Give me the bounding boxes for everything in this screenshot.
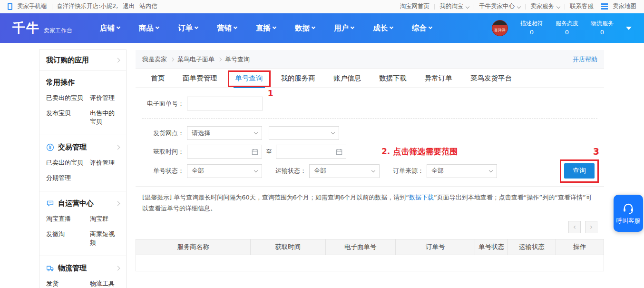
order-source-select[interactable]: 全部 — [427, 164, 497, 178]
sidebar-item-sold-items[interactable]: 已卖出的宝贝 — [46, 94, 90, 102]
avatar[interactable]: 喜洋洋 — [492, 20, 508, 36]
tab-waybill-query[interactable]: 单号查询 1 — [235, 69, 263, 88]
seller-service-menu[interactable]: 卖家服务 — [530, 2, 560, 10]
seller-map-link[interactable]: 卖家地图 — [613, 2, 636, 10]
tab-account-info[interactable]: 账户信息 — [333, 69, 361, 88]
nav-menu-list: 店铺 商品 订单 营销 直播 数据 用户 成长 综合 — [100, 23, 432, 33]
nav-menu-label: 订单 — [178, 23, 193, 33]
calendar-icon — [336, 149, 342, 155]
sidebar-item-taobao-group[interactable]: 淘宝群 — [90, 215, 119, 223]
my-taobao-menu[interactable]: 我的淘宝 — [439, 2, 469, 10]
select-value: 全部 — [431, 167, 444, 175]
sidebar-item-weitao[interactable]: 发微淘 — [46, 230, 90, 247]
nav-menu-label: 直播 — [256, 23, 271, 33]
chevron-down-icon — [254, 130, 258, 134]
tab-home[interactable]: 首页 — [151, 69, 165, 88]
nav-menu-label: 营销 — [217, 23, 232, 33]
tab-cainiao-ship-platform[interactable]: 菜鸟发货平台 — [470, 69, 512, 88]
chevron-down-icon — [466, 5, 469, 9]
seller-mobile-link[interactable]: 卖家手机端 — [17, 2, 47, 10]
call-support-label: 呼叫客服 — [616, 217, 640, 225]
call-support-button[interactable]: 呼叫客服 — [614, 195, 643, 232]
sidebar-item-items-on-sale[interactable]: 出售中的宝贝 — [90, 109, 119, 126]
sidebar-item-installment[interactable]: 分期管理 — [46, 174, 90, 182]
chevron-down-icon — [156, 25, 159, 29]
seller-service-label: 卖家服务 — [530, 2, 554, 10]
chevron-right-icon — [170, 57, 174, 61]
col-actions: 操作 — [556, 239, 604, 255]
chevron-down-icon — [254, 168, 258, 172]
sidebar-section-self-operation: 自运营中心 淘宝直播 淘宝群 发微淘 商家短视频 — [39, 191, 127, 256]
sidebar-item-review-management[interactable]: 评价管理 — [90, 159, 119, 167]
shipping-site-sub-select[interactable] — [269, 126, 339, 140]
calendar-icon — [252, 149, 258, 155]
col-provider-name: 服务商名称 — [136, 239, 251, 255]
sidebar-item-subscribed-apps[interactable]: 我订购的应用 — [39, 50, 127, 70]
nav-menu-marketing[interactable]: 营销 — [217, 23, 237, 33]
tab-abnormal-orders[interactable]: 异常订单 — [425, 69, 452, 88]
nav-menu-live[interactable]: 直播 — [256, 23, 276, 33]
section-title: 常用操作 — [46, 78, 75, 87]
chevron-right-icon — [116, 201, 120, 206]
section-title: 物流管理 — [58, 264, 87, 273]
start-date-input[interactable] — [187, 145, 262, 159]
score-service: 服务态度 0 — [556, 19, 578, 37]
qianniu-seller-workbench: 卖家手机端 喜洋洋快乐开店:小妮2, 退出 站内信 淘宝网首页 我的淘宝 千牛卖… — [0, 0, 644, 288]
divider — [434, 4, 435, 10]
col-waybill-number: 电子面单号 — [325, 239, 396, 255]
avatar-text: 喜洋洋 — [494, 28, 506, 33]
taobao-home-link[interactable]: 淘宝网首页 — [400, 2, 430, 10]
nav-menu-order[interactable]: 订单 — [178, 23, 198, 33]
score-label: 描述相符 — [520, 20, 543, 27]
breadcrumb-cainiao-waybill[interactable]: 菜鸟电子面单 — [177, 55, 215, 64]
tab-data-download[interactable]: 数据下载 — [379, 69, 407, 88]
seller-center-menu[interactable]: 千牛卖家中心 — [479, 2, 520, 10]
nav-menu-data[interactable]: 数据 — [295, 23, 315, 33]
nav-menu-product[interactable]: 商品 — [139, 23, 159, 33]
nav-menu-shop[interactable]: 店铺 — [100, 23, 120, 33]
top-utility-bar: 卖家手机端 喜洋洋快乐开店:小妮2, 退出 站内信 淘宝网首页 我的淘宝 千牛卖… — [0, 0, 644, 13]
tab-waybill-fee[interactable]: 面单费管理 — [183, 69, 217, 88]
breadcrumb-seller[interactable]: 我是卖家 — [142, 55, 167, 64]
chevron-right-icon — [218, 57, 222, 61]
scores-dropdown-icon[interactable] — [626, 27, 632, 30]
yen-circle-icon — [46, 143, 54, 151]
nav-menu-label: 数据 — [295, 23, 310, 33]
logout-link[interactable]: 退出 — [123, 2, 135, 10]
waybill-number-row: 电子面单号： — [136, 88, 604, 118]
chevron-down-icon — [351, 25, 354, 29]
query-button[interactable]: 查询 — [564, 163, 595, 179]
col-fetch-time: 获取时间 — [251, 239, 325, 255]
site-mail-link[interactable]: 站内信 — [139, 2, 157, 10]
select-value: 请选择 — [192, 129, 210, 138]
waybill-number-input[interactable] — [187, 97, 263, 110]
chevron-down-icon — [517, 5, 521, 9]
transport-status-select[interactable]: 全部 — [309, 164, 380, 178]
chevron-down-icon — [556, 5, 560, 9]
tab-my-providers[interactable]: 我的服务商 — [281, 69, 316, 88]
contact-support-link[interactable]: 联系客服 — [570, 2, 594, 10]
qianniu-logo[interactable]: 千牛 — [12, 20, 40, 37]
sidebar-item-sold-items[interactable]: 已卖出的宝贝 — [46, 159, 90, 167]
waybill-number-label: 电子面单号： — [142, 99, 184, 108]
end-date-input[interactable] — [276, 145, 346, 159]
sidebar-item-taobao-live[interactable]: 淘宝直播 — [46, 215, 90, 223]
sidebar-item-logistics-tools[interactable]: 物流工具 — [90, 279, 119, 288]
waybill-status-label: 单号状态： — [142, 167, 184, 175]
nav-menu-growth[interactable]: 成长 — [373, 23, 393, 33]
hamburger-icon — [601, 3, 608, 10]
open-shop-help-link[interactable]: 开店帮助 — [573, 55, 597, 64]
waybill-status-select[interactable]: 全部 — [187, 164, 262, 178]
sidebar-item-ship[interactable]: 发货 — [46, 279, 90, 288]
next-page-button[interactable]: › — [585, 221, 597, 233]
sidebar-item-review-management[interactable]: 评价管理 — [90, 94, 119, 102]
sidebar-item-short-video[interactable]: 商家短视频 — [90, 230, 119, 247]
prev-page-button[interactable]: ‹ — [568, 221, 581, 233]
chevron-down-icon — [331, 130, 335, 134]
nav-menu-misc[interactable]: 综合 — [412, 23, 432, 33]
data-download-link[interactable]: 数据下载 — [409, 194, 434, 201]
waybill-table: 服务商名称 获取时间 电子面单号 订单号 单号状态 运输状态 操作 — [136, 239, 604, 271]
sidebar-item-publish-item[interactable]: 发布宝贝 — [46, 109, 90, 126]
shipping-site-select[interactable]: 请选择 — [187, 126, 262, 140]
nav-menu-user[interactable]: 用户 — [334, 23, 354, 33]
